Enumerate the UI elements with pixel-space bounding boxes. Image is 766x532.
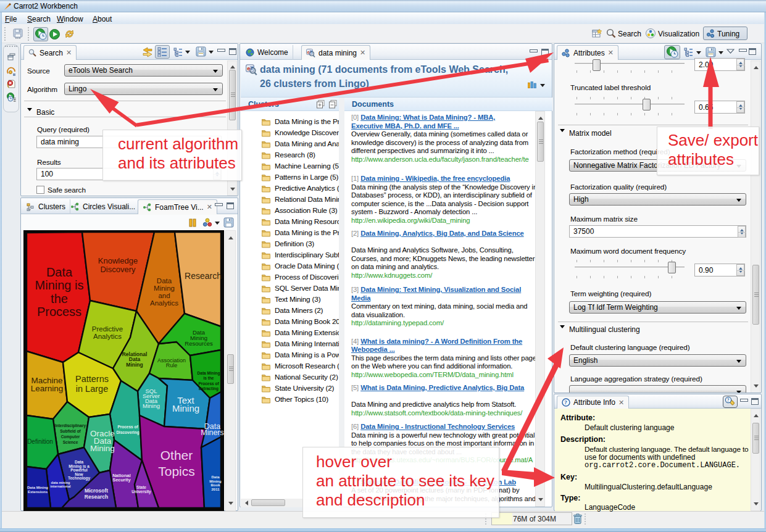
svg-text:Mining: Mining xyxy=(126,362,143,368)
svg-text:Process of: Process of xyxy=(198,381,219,386)
svg-text:?: ? xyxy=(564,399,567,405)
svg-text:Analytics: Analytics xyxy=(93,333,122,340)
svg-text:Microsoft: Microsoft xyxy=(85,488,108,494)
svg-text:Miners: Miners xyxy=(201,428,224,437)
svg-text:State: State xyxy=(136,485,146,489)
svg-text:Science: Science xyxy=(63,440,78,444)
svg-text:Mining: Mining xyxy=(143,402,160,409)
svg-text:international: international xyxy=(50,484,70,488)
svg-text:Subfield of: Subfield of xyxy=(60,429,81,433)
svg-text:Research: Research xyxy=(85,494,108,500)
svg-text:Data: Data xyxy=(46,265,73,279)
svg-text:Process: Process xyxy=(37,305,81,318)
svg-text:Rule: Rule xyxy=(166,362,178,368)
svg-text:?: ? xyxy=(727,397,730,403)
svg-text:Mining: Mining xyxy=(209,480,222,483)
svg-text:Analytics: Analytics xyxy=(150,299,178,307)
svg-text:Mining is: Mining is xyxy=(35,278,84,292)
svg-text:Definition: Definition xyxy=(27,438,53,445)
svg-text:and: and xyxy=(158,292,170,299)
svg-text:University: University xyxy=(131,489,151,494)
svg-text:Computer: Computer xyxy=(61,434,80,439)
svg-text:Knowledge: Knowledge xyxy=(98,256,138,265)
svg-text:Data Mining: Data Mining xyxy=(198,371,220,376)
svg-text:Technology: Technology xyxy=(68,476,90,481)
svg-text:Data: Data xyxy=(211,475,220,479)
svg-text:Mining: Mining xyxy=(90,444,115,453)
svg-text:Research: Research xyxy=(185,271,222,281)
svg-text:Interdisciplinary: Interdisciplinary xyxy=(55,423,86,428)
svg-text:Mining: Mining xyxy=(154,285,175,292)
svg-text:Extracting: Extracting xyxy=(199,386,219,391)
svg-text:Process of: Process of xyxy=(117,425,138,429)
svg-text:Topics: Topics xyxy=(158,464,195,478)
svg-text:Data: Data xyxy=(157,277,172,285)
svg-text:Data Mining: Data Mining xyxy=(27,486,48,489)
svg-text:Discovery: Discovery xyxy=(100,265,136,274)
svg-text:Predictive: Predictive xyxy=(92,325,123,333)
svg-text:Other: Other xyxy=(160,448,193,462)
svg-text:Security: Security xyxy=(112,477,131,483)
svg-text:is the: is the xyxy=(204,376,214,380)
svg-text:Discovering: Discovering xyxy=(116,430,139,435)
svg-text:the: the xyxy=(51,292,68,305)
svg-text:Mining: Mining xyxy=(172,403,199,414)
svg-text:Patterns: Patterns xyxy=(75,374,109,384)
svg-text:Resources: Resources xyxy=(185,340,213,347)
svg-text:in Large: in Large xyxy=(76,384,108,394)
svg-text:Extensions: Extensions xyxy=(28,490,48,494)
svg-text:2011: 2011 xyxy=(211,488,220,491)
svg-text:Book: Book xyxy=(211,483,221,487)
svg-text:Learning: Learning xyxy=(31,384,64,393)
